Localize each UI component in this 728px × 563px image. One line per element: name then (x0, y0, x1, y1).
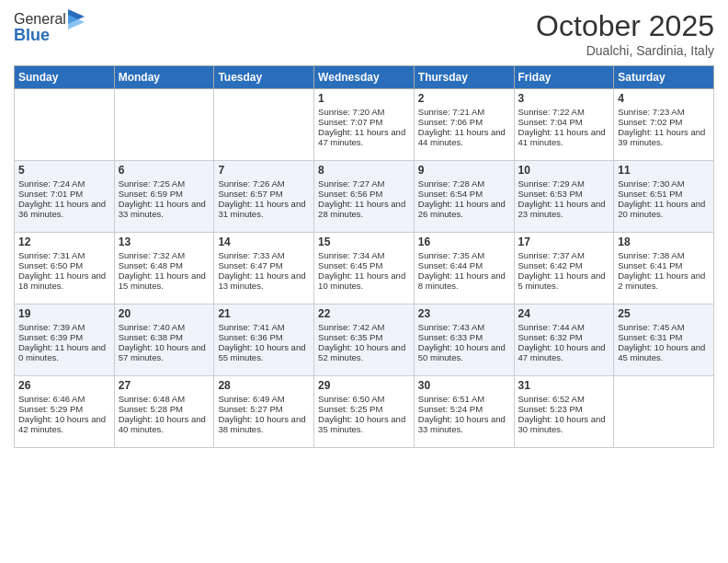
day-number: 27 (119, 379, 210, 392)
day-info: Sunrise: 7:39 AM (18, 322, 110, 332)
day-info: Daylight: 11 hours and 18 minutes. (18, 270, 110, 291)
calendar-cell: 14Sunrise: 7:33 AMSunset: 6:47 PMDayligh… (214, 233, 314, 304)
day-info: Sunset: 6:45 PM (318, 260, 410, 270)
day-info: Sunset: 5:27 PM (218, 404, 310, 414)
day-number: 9 (418, 164, 510, 177)
logo-text-block: General Blue (14, 9, 85, 45)
day-info: Daylight: 10 hours and 40 minutes. (119, 414, 210, 434)
calendar-cell: 22Sunrise: 7:42 AMSunset: 6:35 PMDayligh… (314, 304, 415, 376)
calendar-cell: 15Sunrise: 7:34 AMSunset: 6:45 PMDayligh… (314, 233, 415, 304)
week-row-2: 5Sunrise: 7:24 AMSunset: 7:01 PMDaylight… (15, 161, 714, 233)
calendar-cell: 23Sunrise: 7:43 AMSunset: 6:33 PMDayligh… (414, 304, 514, 376)
day-info: Sunrise: 7:28 AM (418, 178, 510, 189)
calendar-cell: 12Sunrise: 7:31 AMSunset: 6:50 PMDayligh… (15, 233, 115, 304)
main-container: General Blue October 2025 Dualchi, Sardi… (0, 0, 728, 457)
day-info: Sunset: 6:32 PM (518, 332, 610, 342)
day-info: Daylight: 11 hours and 13 minutes. (218, 270, 310, 291)
day-info: Daylight: 11 hours and 10 minutes. (318, 270, 410, 291)
calendar-cell: 10Sunrise: 7:29 AMSunset: 6:53 PMDayligh… (514, 161, 614, 233)
day-info: Sunrise: 7:30 AM (618, 178, 710, 189)
day-info: Daylight: 11 hours and 36 minutes. (18, 199, 110, 219)
day-info: Sunrise: 7:38 AM (618, 250, 710, 260)
calendar-cell (614, 376, 714, 448)
day-info: Daylight: 10 hours and 52 minutes. (318, 342, 410, 362)
day-number: 1 (318, 92, 410, 105)
day-info: Daylight: 10 hours and 45 minutes. (618, 342, 710, 362)
day-info: Sunrise: 7:33 AM (218, 250, 310, 260)
day-info: Sunset: 6:33 PM (418, 332, 510, 342)
day-number: 2 (418, 92, 510, 105)
title-block: October 2025 Dualchi, Sardinia, Italy (536, 9, 714, 58)
day-number: 12 (18, 236, 110, 248)
day-info: Sunset: 6:31 PM (618, 332, 710, 342)
day-info: Sunrise: 7:35 AM (418, 250, 510, 260)
col-header-wednesday: Wednesday (314, 66, 415, 89)
day-info: Sunrise: 6:49 AM (218, 394, 310, 404)
day-number: 4 (618, 92, 710, 105)
day-info: Sunrise: 7:29 AM (518, 178, 610, 189)
col-header-saturday: Saturday (614, 66, 714, 89)
day-info: Sunset: 6:47 PM (218, 260, 310, 270)
day-info: Sunset: 6:44 PM (418, 260, 510, 270)
day-info: Daylight: 11 hours and 26 minutes. (418, 199, 510, 219)
calendar-cell: 19Sunrise: 7:39 AMSunset: 6:39 PMDayligh… (15, 304, 115, 376)
day-number: 22 (318, 307, 410, 320)
day-info: Daylight: 11 hours and 39 minutes. (618, 127, 710, 147)
day-number: 5 (18, 164, 110, 177)
day-info: Sunrise: 7:45 AM (618, 322, 710, 332)
day-info: Daylight: 11 hours and 28 minutes. (318, 199, 410, 219)
day-number: 3 (518, 92, 610, 105)
col-header-monday: Monday (114, 66, 214, 89)
day-info: Sunrise: 7:41 AM (218, 322, 310, 332)
calendar-cell: 26Sunrise: 6:46 AMSunset: 5:29 PMDayligh… (15, 376, 115, 448)
day-info: Sunset: 7:06 PM (418, 117, 510, 127)
calendar-cell: 16Sunrise: 7:35 AMSunset: 6:44 PMDayligh… (414, 233, 514, 304)
day-number: 24 (518, 307, 610, 320)
logo: General Blue (14, 9, 85, 45)
day-info: Sunrise: 6:52 AM (518, 394, 610, 404)
day-number: 26 (18, 379, 110, 392)
day-info: Sunset: 5:25 PM (318, 404, 410, 414)
day-info: Sunset: 6:53 PM (518, 189, 610, 199)
day-number: 21 (218, 307, 310, 320)
day-number: 10 (518, 164, 610, 177)
day-info: Sunrise: 7:32 AM (119, 250, 210, 260)
col-header-sunday: Sunday (15, 66, 115, 89)
col-header-tuesday: Tuesday (214, 66, 314, 89)
day-info: Daylight: 11 hours and 0 minutes. (18, 342, 110, 362)
day-number: 30 (418, 379, 510, 392)
day-info: Daylight: 10 hours and 50 minutes. (418, 342, 510, 362)
day-info: Sunset: 6:54 PM (418, 189, 510, 199)
day-info: Daylight: 10 hours and 30 minutes. (518, 414, 610, 434)
calendar-cell (15, 89, 115, 161)
day-info: Sunrise: 7:26 AM (218, 178, 310, 189)
calendar-cell: 21Sunrise: 7:41 AMSunset: 6:36 PMDayligh… (214, 304, 314, 376)
calendar-cell: 24Sunrise: 7:44 AMSunset: 6:32 PMDayligh… (514, 304, 614, 376)
day-info: Daylight: 10 hours and 38 minutes. (218, 414, 310, 434)
day-number: 29 (318, 379, 410, 392)
day-info: Sunrise: 7:23 AM (618, 107, 710, 117)
day-number: 14 (218, 236, 310, 248)
calendar-cell: 27Sunrise: 6:48 AMSunset: 5:28 PMDayligh… (114, 376, 214, 448)
day-info: Daylight: 11 hours and 47 minutes. (318, 127, 410, 147)
header: General Blue October 2025 Dualchi, Sardi… (14, 9, 714, 58)
day-info: Sunset: 7:02 PM (618, 117, 710, 127)
day-number: 19 (18, 307, 110, 320)
day-info: Sunset: 7:01 PM (18, 189, 110, 199)
calendar-cell (214, 89, 314, 161)
day-info: Daylight: 11 hours and 8 minutes. (418, 270, 510, 291)
calendar-cell: 5Sunrise: 7:24 AMSunset: 7:01 PMDaylight… (15, 161, 115, 233)
day-info: Sunrise: 7:44 AM (518, 322, 610, 332)
calendar-cell: 3Sunrise: 7:22 AMSunset: 7:04 PMDaylight… (514, 89, 614, 161)
day-info: Sunrise: 7:43 AM (418, 322, 510, 332)
day-info: Daylight: 11 hours and 44 minutes. (418, 127, 510, 147)
day-number: 20 (119, 307, 210, 320)
day-info: Sunset: 5:28 PM (119, 404, 210, 414)
week-row-5: 26Sunrise: 6:46 AMSunset: 5:29 PMDayligh… (15, 376, 714, 448)
day-info: Sunset: 6:56 PM (318, 189, 410, 199)
day-info: Daylight: 10 hours and 33 minutes. (418, 414, 510, 434)
day-info: Sunset: 6:42 PM (518, 260, 610, 270)
calendar-cell: 11Sunrise: 7:30 AMSunset: 6:51 PMDayligh… (614, 161, 714, 233)
day-info: Daylight: 10 hours and 55 minutes. (218, 342, 310, 362)
day-number: 6 (119, 164, 210, 177)
